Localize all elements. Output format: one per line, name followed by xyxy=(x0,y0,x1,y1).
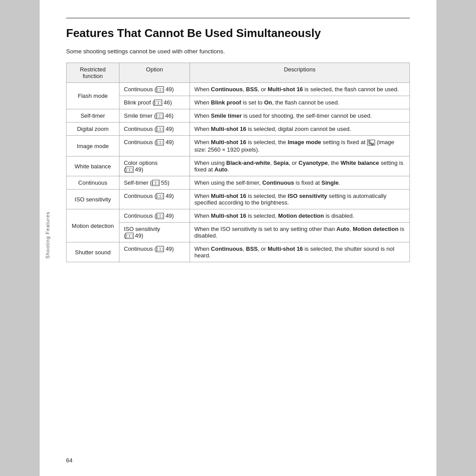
option-cell: Self-timer (□□ 55) xyxy=(119,176,190,190)
option-cell: Continuous (□□ 49) xyxy=(119,83,190,96)
table-row: ISO sensitivityContinuous (□□ 49)When Mu… xyxy=(67,190,410,209)
table-row: Image modeContinuous (□□ 49)When Multi-s… xyxy=(67,136,410,156)
option-cell: ISO sensitivity(□□ 49) xyxy=(119,223,190,242)
table-row: Digital zoomContinuous (□□ 49)When Multi… xyxy=(67,123,410,136)
description-cell: When using Black-and-white, Sepia, or Cy… xyxy=(190,156,410,176)
option-cell: Continuous (□□ 49) xyxy=(119,190,190,209)
table-header-row: Restrictedfunction Option Descriptions xyxy=(67,63,410,83)
restricted-function-cell: Motion detection xyxy=(67,209,119,242)
description-cell: When Multi-shot 16 is selected, Motion d… xyxy=(190,209,410,223)
restricted-function-cell: White balance xyxy=(67,156,119,176)
description-cell: When Continuous, BSS, or Multi-shot 16 i… xyxy=(190,242,410,262)
restricted-function-cell: Digital zoom xyxy=(67,123,119,136)
description-cell: When Multi-shot 16 is selected, the Imag… xyxy=(190,136,410,156)
restricted-function-cell: Flash mode xyxy=(67,83,119,109)
description-cell: When the ISO sensitivity is set to any s… xyxy=(190,223,410,242)
page: Features That Cannot Be Used Simultaneou… xyxy=(40,0,436,476)
option-cell: Continuous (□□ 49) xyxy=(119,209,190,223)
restricted-function-cell: Shutter sound xyxy=(67,242,119,262)
description-cell: When Multi-shot 16 is selected, digital … xyxy=(190,123,410,136)
option-cell: Smile timer (□□ 46) xyxy=(119,109,190,123)
top-rule xyxy=(66,18,410,19)
description-cell: When using the self-timer, Continuous is… xyxy=(190,176,410,190)
table-row: White balanceColor options(□□ 49)When us… xyxy=(67,156,410,176)
description-cell: When Continuous, BSS, or Multi-shot 16 i… xyxy=(190,83,410,96)
table-row: Motion detectionContinuous (□□ 49)When M… xyxy=(67,209,410,223)
option-cell: Color options(□□ 49) xyxy=(119,156,190,176)
description-cell: When Blink proof is set to On, the flash… xyxy=(190,96,410,109)
header-descriptions: Descriptions xyxy=(190,63,410,83)
restricted-function-cell: Image mode xyxy=(67,136,119,156)
restricted-function-cell: Self-timer xyxy=(67,109,119,123)
option-cell: Continuous (□□ 49) xyxy=(119,123,190,136)
features-table: Restrictedfunction Option Descriptions F… xyxy=(66,63,410,262)
restricted-function-cell: Continuous xyxy=(67,176,119,190)
page-title: Features That Cannot Be Used Simultaneou… xyxy=(66,26,410,40)
option-cell: Blink proof (□□ 46) xyxy=(119,96,190,109)
header-restricted: Restrictedfunction xyxy=(67,63,119,83)
table-row: Flash modeContinuous (□□ 49)When Continu… xyxy=(67,83,410,96)
option-cell: Continuous (□□ 49) xyxy=(119,242,190,262)
header-option: Option xyxy=(119,63,190,83)
side-label: Shooting Features xyxy=(45,212,50,259)
table-row: Shutter soundContinuous (□□ 49)When Cont… xyxy=(67,242,410,262)
option-cell: Continuous (□□ 49) xyxy=(119,136,190,156)
description-cell: When Smile timer is used for shooting, t… xyxy=(190,109,410,123)
table-row: Self-timerSmile timer (□□ 46)When Smile … xyxy=(67,109,410,123)
page-number: 64 xyxy=(66,457,72,464)
description-cell: When Multi-shot 16 is selected, the ISO … xyxy=(190,190,410,209)
table-row: ContinuousSelf-timer (□□ 55)When using t… xyxy=(67,176,410,190)
restricted-function-cell: ISO sensitivity xyxy=(67,190,119,209)
intro-text: Some shooting settings cannot be used wi… xyxy=(66,48,410,55)
